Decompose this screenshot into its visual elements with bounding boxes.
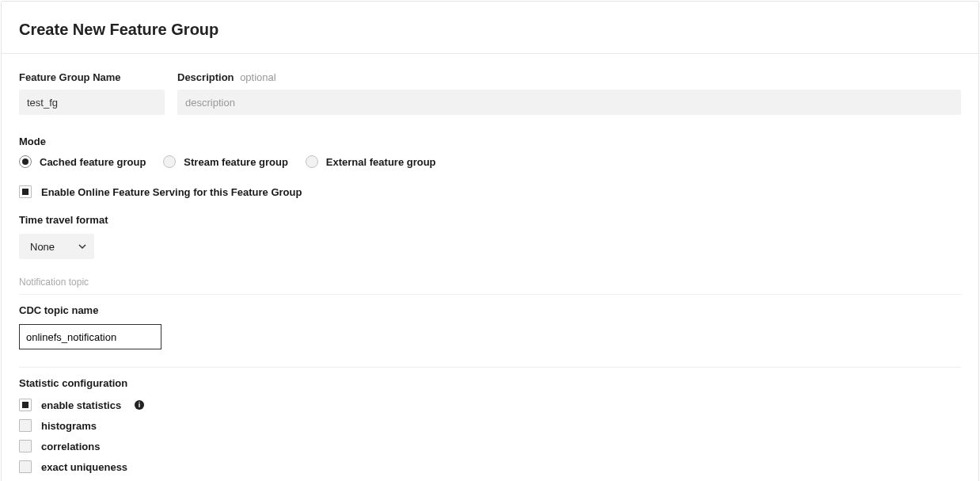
enable-statistics-label: enable statistics [41,399,121,411]
histograms-row: histograms [19,419,961,432]
form-body: Feature Group Name Description optional … [2,54,978,481]
chevron-down-icon [78,242,86,250]
statistic-config-heading: Statistic configuration [19,377,961,389]
name-input[interactable] [19,90,165,115]
divider [19,367,961,368]
correlations-label: correlations [41,441,100,452]
time-travel-label: Time travel format [19,214,961,226]
radio-stream[interactable]: Stream feature group [163,155,287,168]
name-label: Feature Group Name [19,71,165,83]
cdc-topic-input[interactable] [19,324,161,349]
histograms-label: histograms [41,420,97,432]
correlations-row: correlations [19,440,961,452]
page-header: Create New Feature Group [2,2,978,54]
radio-external[interactable]: External feature group [306,155,436,168]
create-feature-group-page: Create New Feature Group Feature Group N… [1,1,979,481]
histograms-checkbox[interactable] [19,419,32,432]
name-field: Feature Group Name [19,71,165,115]
description-field: Description optional [177,71,961,115]
online-serving-label: Enable Online Feature Serving for this F… [41,186,302,198]
page-title: Create New Feature Group [19,21,961,39]
exact-uniqueness-label: exact uniqueness [41,461,127,473]
radio-stream-label: Stream feature group [184,156,287,168]
description-input[interactable] [177,90,961,115]
cdc-topic-label: CDC topic name [19,304,961,316]
enable-statistics-checkbox[interactable] [19,399,32,411]
statistic-config-section: Statistic configuration enable statistic… [19,377,961,473]
mode-section: Mode Cached feature group Stream feature… [19,136,961,168]
radio-icon [163,155,176,168]
name-desc-row: Feature Group Name Description optional [19,71,961,115]
divider [19,294,961,295]
notification-topic-heading: Notification topic [19,277,961,294]
time-travel-select[interactable]: None [19,234,94,259]
correlations-checkbox[interactable] [19,440,32,452]
radio-icon [19,155,32,168]
description-label: Description optional [177,71,961,83]
enable-statistics-row: enable statistics i [19,399,961,411]
info-icon[interactable]: i [134,399,145,410]
radio-external-label: External feature group [326,156,436,168]
svg-text:i: i [139,401,141,409]
mode-radio-group: Cached feature group Stream feature grou… [19,155,961,168]
exact-uniqueness-row: exact uniqueness [19,460,961,473]
online-serving-row: Enable Online Feature Serving for this F… [19,185,961,198]
description-label-text: Description [177,71,234,83]
radio-cached-label: Cached feature group [40,156,146,168]
radio-icon [306,155,318,168]
exact-uniqueness-checkbox[interactable] [19,460,32,473]
time-travel-section: Time travel format None [19,214,961,259]
optional-hint: optional [240,71,276,83]
time-travel-value: None [30,241,55,253]
radio-cached[interactable]: Cached feature group [19,155,146,168]
online-serving-checkbox[interactable] [19,185,32,198]
mode-label: Mode [19,136,961,147]
